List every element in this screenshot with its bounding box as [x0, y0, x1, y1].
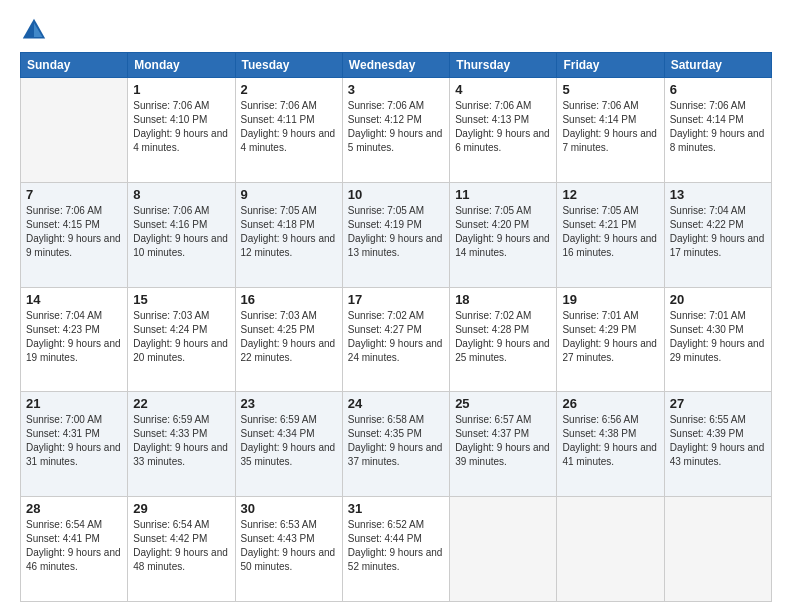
- sunset-label: Sunset: 4:27 PM: [348, 324, 422, 335]
- sunrise-label: Sunrise: 6:56 AM: [562, 414, 638, 425]
- daylight-label: Daylight: 9 hours and 29 minutes.: [670, 338, 765, 363]
- day-info: Sunrise: 7:06 AMSunset: 4:14 PMDaylight:…: [562, 99, 658, 155]
- day-number: 14: [26, 292, 122, 307]
- day-number: 20: [670, 292, 766, 307]
- calendar-cell: 20Sunrise: 7:01 AMSunset: 4:30 PMDayligh…: [664, 287, 771, 392]
- calendar-cell: 31Sunrise: 6:52 AMSunset: 4:44 PMDayligh…: [342, 497, 449, 602]
- day-number: 13: [670, 187, 766, 202]
- day-info: Sunrise: 7:03 AMSunset: 4:24 PMDaylight:…: [133, 309, 229, 365]
- day-info: Sunrise: 6:54 AMSunset: 4:41 PMDaylight:…: [26, 518, 122, 574]
- day-info: Sunrise: 6:54 AMSunset: 4:42 PMDaylight:…: [133, 518, 229, 574]
- calendar-cell: 1Sunrise: 7:06 AMSunset: 4:10 PMDaylight…: [128, 78, 235, 183]
- day-number: 4: [455, 82, 551, 97]
- sunset-label: Sunset: 4:41 PM: [26, 533, 100, 544]
- day-info: Sunrise: 7:01 AMSunset: 4:29 PMDaylight:…: [562, 309, 658, 365]
- day-number: 15: [133, 292, 229, 307]
- sunrise-label: Sunrise: 7:05 AM: [562, 205, 638, 216]
- day-info: Sunrise: 7:06 AMSunset: 4:10 PMDaylight:…: [133, 99, 229, 155]
- sunrise-label: Sunrise: 7:06 AM: [26, 205, 102, 216]
- calendar-cell: 15Sunrise: 7:03 AMSunset: 4:24 PMDayligh…: [128, 287, 235, 392]
- day-info: Sunrise: 7:06 AMSunset: 4:14 PMDaylight:…: [670, 99, 766, 155]
- calendar-cell: 16Sunrise: 7:03 AMSunset: 4:25 PMDayligh…: [235, 287, 342, 392]
- calendar-table: SundayMondayTuesdayWednesdayThursdayFrid…: [20, 52, 772, 602]
- calendar-cell: 11Sunrise: 7:05 AMSunset: 4:20 PMDayligh…: [450, 182, 557, 287]
- daylight-label: Daylight: 9 hours and 52 minutes.: [348, 547, 443, 572]
- day-number: 9: [241, 187, 337, 202]
- sunrise-label: Sunrise: 7:06 AM: [133, 100, 209, 111]
- daylight-label: Daylight: 9 hours and 16 minutes.: [562, 233, 657, 258]
- sunrise-label: Sunrise: 7:06 AM: [562, 100, 638, 111]
- sunset-label: Sunset: 4:13 PM: [455, 114, 529, 125]
- day-number: 31: [348, 501, 444, 516]
- sunrise-label: Sunrise: 7:05 AM: [455, 205, 531, 216]
- day-info: Sunrise: 7:05 AMSunset: 4:18 PMDaylight:…: [241, 204, 337, 260]
- sunrise-label: Sunrise: 7:06 AM: [133, 205, 209, 216]
- day-number: 30: [241, 501, 337, 516]
- calendar-cell: 29Sunrise: 6:54 AMSunset: 4:42 PMDayligh…: [128, 497, 235, 602]
- calendar-cell: 10Sunrise: 7:05 AMSunset: 4:19 PMDayligh…: [342, 182, 449, 287]
- day-info: Sunrise: 7:00 AMSunset: 4:31 PMDaylight:…: [26, 413, 122, 469]
- column-header-wednesday: Wednesday: [342, 53, 449, 78]
- sunrise-label: Sunrise: 6:57 AM: [455, 414, 531, 425]
- day-number: 26: [562, 396, 658, 411]
- column-header-friday: Friday: [557, 53, 664, 78]
- sunrise-label: Sunrise: 7:05 AM: [241, 205, 317, 216]
- sunrise-label: Sunrise: 7:06 AM: [670, 100, 746, 111]
- sunset-label: Sunset: 4:38 PM: [562, 428, 636, 439]
- day-number: 11: [455, 187, 551, 202]
- calendar-cell: 9Sunrise: 7:05 AMSunset: 4:18 PMDaylight…: [235, 182, 342, 287]
- calendar-week-row: 28Sunrise: 6:54 AMSunset: 4:41 PMDayligh…: [21, 497, 772, 602]
- sunrise-label: Sunrise: 7:01 AM: [670, 310, 746, 321]
- sunrise-label: Sunrise: 7:04 AM: [26, 310, 102, 321]
- sunset-label: Sunset: 4:11 PM: [241, 114, 315, 125]
- sunset-label: Sunset: 4:10 PM: [133, 114, 207, 125]
- calendar-cell: [557, 497, 664, 602]
- daylight-label: Daylight: 9 hours and 33 minutes.: [133, 442, 228, 467]
- daylight-label: Daylight: 9 hours and 4 minutes.: [241, 128, 336, 153]
- day-info: Sunrise: 6:59 AMSunset: 4:33 PMDaylight:…: [133, 413, 229, 469]
- daylight-label: Daylight: 9 hours and 31 minutes.: [26, 442, 121, 467]
- sunset-label: Sunset: 4:29 PM: [562, 324, 636, 335]
- sunrise-label: Sunrise: 6:59 AM: [241, 414, 317, 425]
- sunset-label: Sunset: 4:39 PM: [670, 428, 744, 439]
- day-number: 25: [455, 396, 551, 411]
- sunset-label: Sunset: 4:42 PM: [133, 533, 207, 544]
- calendar-cell: 24Sunrise: 6:58 AMSunset: 4:35 PMDayligh…: [342, 392, 449, 497]
- daylight-label: Daylight: 9 hours and 43 minutes.: [670, 442, 765, 467]
- daylight-label: Daylight: 9 hours and 7 minutes.: [562, 128, 657, 153]
- page: SundayMondayTuesdayWednesdayThursdayFrid…: [0, 0, 792, 612]
- daylight-label: Daylight: 9 hours and 50 minutes.: [241, 547, 336, 572]
- sunset-label: Sunset: 4:44 PM: [348, 533, 422, 544]
- daylight-label: Daylight: 9 hours and 12 minutes.: [241, 233, 336, 258]
- calendar-header-row: SundayMondayTuesdayWednesdayThursdayFrid…: [21, 53, 772, 78]
- day-info: Sunrise: 7:04 AMSunset: 4:22 PMDaylight:…: [670, 204, 766, 260]
- sunset-label: Sunset: 4:18 PM: [241, 219, 315, 230]
- day-info: Sunrise: 7:06 AMSunset: 4:16 PMDaylight:…: [133, 204, 229, 260]
- calendar-cell: 7Sunrise: 7:06 AMSunset: 4:15 PMDaylight…: [21, 182, 128, 287]
- header: [20, 16, 772, 44]
- daylight-label: Daylight: 9 hours and 14 minutes.: [455, 233, 550, 258]
- sunrise-label: Sunrise: 6:59 AM: [133, 414, 209, 425]
- sunrise-label: Sunrise: 6:55 AM: [670, 414, 746, 425]
- calendar-cell: 6Sunrise: 7:06 AMSunset: 4:14 PMDaylight…: [664, 78, 771, 183]
- sunset-label: Sunset: 4:21 PM: [562, 219, 636, 230]
- day-number: 7: [26, 187, 122, 202]
- day-info: Sunrise: 6:57 AMSunset: 4:37 PMDaylight:…: [455, 413, 551, 469]
- sunrise-label: Sunrise: 6:53 AM: [241, 519, 317, 530]
- calendar-cell: [21, 78, 128, 183]
- day-info: Sunrise: 7:06 AMSunset: 4:12 PMDaylight:…: [348, 99, 444, 155]
- daylight-label: Daylight: 9 hours and 6 minutes.: [455, 128, 550, 153]
- daylight-label: Daylight: 9 hours and 35 minutes.: [241, 442, 336, 467]
- sunset-label: Sunset: 4:22 PM: [670, 219, 744, 230]
- daylight-label: Daylight: 9 hours and 37 minutes.: [348, 442, 443, 467]
- day-number: 12: [562, 187, 658, 202]
- calendar-cell: 30Sunrise: 6:53 AMSunset: 4:43 PMDayligh…: [235, 497, 342, 602]
- sunrise-label: Sunrise: 6:54 AM: [26, 519, 102, 530]
- sunset-label: Sunset: 4:43 PM: [241, 533, 315, 544]
- sunrise-label: Sunrise: 7:03 AM: [241, 310, 317, 321]
- sunset-label: Sunset: 4:14 PM: [562, 114, 636, 125]
- sunrise-label: Sunrise: 7:03 AM: [133, 310, 209, 321]
- sunrise-label: Sunrise: 7:00 AM: [26, 414, 102, 425]
- day-info: Sunrise: 7:03 AMSunset: 4:25 PMDaylight:…: [241, 309, 337, 365]
- day-info: Sunrise: 7:06 AMSunset: 4:11 PMDaylight:…: [241, 99, 337, 155]
